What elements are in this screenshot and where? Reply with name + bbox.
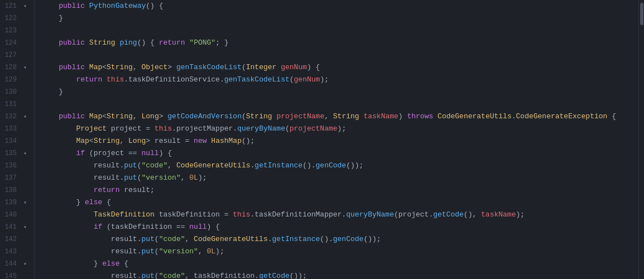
plain-token: . (268, 233, 272, 246)
field-token: taskDefinitionMapper (254, 209, 342, 221)
plain-token (41, 258, 94, 270)
gutter-row: 136 (0, 160, 34, 172)
plain-token: } (76, 196, 85, 209)
param-token: projectName (290, 123, 338, 135)
plain-token: ); (198, 172, 207, 184)
type-token: Map (89, 110, 102, 123)
plain-token: (), (464, 209, 481, 221)
code-line: result.put("version", 0L); (41, 172, 638, 184)
plain-token: == (172, 221, 189, 233)
vertical-scrollbar[interactable] (638, 0, 644, 279)
code-line: public Map<String, Object> genTaskCodeLi… (41, 61, 638, 74)
throws-kw-token: throws (407, 110, 433, 123)
str-token: "code" (159, 270, 185, 279)
type-token: Integer (246, 61, 277, 74)
plain-token (359, 110, 364, 123)
fold-arrow[interactable]: ▾ (21, 113, 29, 120)
plain-token: ); (215, 246, 224, 258)
plain-token: (). (320, 233, 333, 246)
fn-token: put (141, 233, 154, 246)
code-line: public PythonGateway() { (41, 0, 638, 12)
plain-token: ); (516, 209, 525, 221)
gutter-row: 129 (0, 74, 34, 86)
scrollbar-thumb[interactable] (640, 3, 643, 25)
field-token: result (155, 135, 181, 147)
plain-token: ( (85, 147, 94, 160)
fold-arrow[interactable]: ▾ (21, 3, 29, 9)
plain-token: , (133, 110, 142, 123)
fn-token: getCode (433, 209, 464, 221)
plain-token: ; } (215, 37, 228, 49)
plain-token: { (102, 196, 111, 209)
plain-token: > (167, 61, 176, 74)
plain-token (41, 123, 76, 135)
this-kw-token: this (107, 74, 124, 86)
plain-token: , (185, 270, 194, 279)
field-token: projectMapper (176, 123, 233, 135)
line-number: 122 (0, 15, 21, 22)
plain-token: , (133, 61, 142, 74)
line-number: 141 (0, 223, 21, 231)
fold-arrow[interactable]: ▾ (21, 261, 29, 267)
plain-token (107, 123, 111, 135)
line-number: 130 (0, 88, 21, 96)
num-token: 0L (207, 246, 216, 258)
fn-token: put (141, 246, 154, 258)
fn-token: genTaskCodeList (176, 61, 242, 74)
plain-token (41, 61, 59, 74)
plain-token: ()); (363, 233, 381, 246)
line-number: 140 (0, 211, 21, 219)
type-token: String (94, 135, 120, 147)
fold-arrow[interactable]: ▾ (21, 224, 29, 230)
plain-token: , (167, 160, 176, 172)
fn-token: put (141, 270, 154, 279)
plain-token (85, 37, 89, 49)
plain-token: , (198, 246, 207, 258)
fold-arrow[interactable]: ▾ (21, 64, 29, 71)
type-token: String (107, 110, 133, 123)
fn-token: genTaskCodeList (224, 74, 290, 86)
gutter-row: 141▾ (0, 221, 34, 233)
type-token: HashMap (211, 135, 242, 147)
line-number: 143 (0, 248, 21, 256)
plain-token: > (146, 135, 155, 147)
code-content[interactable]: public PythonGateway() { } public String… (35, 0, 638, 279)
plain-token: . (512, 110, 516, 123)
plain-token: (); (242, 135, 254, 147)
plain-token: . (233, 123, 237, 135)
fold-arrow[interactable]: ▾ (21, 150, 29, 157)
line-number-column: 121▾122123124127128▾129130131132▾1331341… (0, 0, 34, 279)
plain-token: ( (242, 61, 246, 74)
field-token: taskDefinition (159, 209, 220, 221)
line-number: 135 (0, 150, 21, 157)
plain-token (41, 12, 59, 25)
field-token: result (111, 246, 137, 258)
fold-arrow[interactable]: ▾ (21, 199, 29, 206)
plain-token (41, 270, 111, 279)
plain-token (85, 0, 89, 12)
plain-token (276, 61, 281, 74)
plain-token: = (141, 123, 154, 135)
plain-token: . (119, 160, 124, 172)
gutter-row: 132▾ (0, 110, 34, 123)
plain-token: . (429, 209, 433, 221)
plain-token (41, 135, 76, 147)
str-token: "version" (141, 172, 180, 184)
plain-token (102, 74, 107, 86)
fn-token: getInstance (272, 233, 320, 246)
gutter-row: 130 (0, 86, 34, 98)
plain-token: } (59, 86, 63, 98)
plain-token: . (220, 74, 224, 86)
plain-token: ( (102, 221, 111, 233)
plain-token: . (342, 209, 346, 221)
type-token: TaskDefinition (94, 209, 155, 221)
plain-token (85, 110, 89, 123)
fn-token: PythonGateway (89, 0, 146, 12)
plain-token: , (324, 110, 333, 123)
fn-token: ping (119, 37, 137, 49)
plain-token: { (119, 258, 128, 270)
line-number: 123 (0, 27, 21, 35)
code-line: if (project == null) { (41, 147, 638, 160)
line-number: 138 (0, 186, 21, 194)
field-token: result (111, 270, 137, 279)
